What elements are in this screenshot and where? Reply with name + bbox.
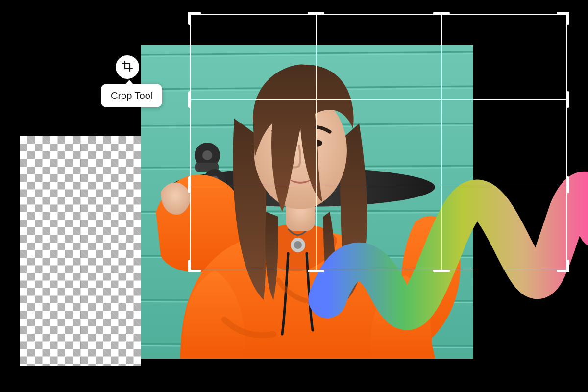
crop-grid-line <box>190 99 567 100</box>
crop-handle-bottom[interactable] <box>308 270 324 272</box>
tooltip-label: Crop Tool <box>111 90 152 101</box>
crop-handle-top[interactable] <box>308 12 324 15</box>
crop-handle-bottom-right[interactable] <box>557 260 569 272</box>
crop-frame[interactable] <box>190 14 567 270</box>
crop-handle-right[interactable] <box>566 91 569 108</box>
crop-handle-left[interactable] <box>188 91 191 108</box>
editor-stage: Crop Tool <box>0 0 588 392</box>
crop-tool-tooltip: Crop Tool <box>101 84 162 107</box>
crop-handle-bottom[interactable] <box>433 270 450 272</box>
crop-handle-bottom-left[interactable] <box>188 260 201 272</box>
crop-handle-top-left[interactable] <box>188 12 201 24</box>
crop-border[interactable] <box>190 14 567 270</box>
crop-grid-line <box>190 185 567 185</box>
crop-grid-line <box>316 14 317 270</box>
transparency-checkerboard <box>20 136 141 366</box>
crop-icon <box>122 60 133 74</box>
crop-handle-top-right[interactable] <box>557 12 569 24</box>
crop-handle-right[interactable] <box>566 176 569 193</box>
crop-handle-left[interactable] <box>188 176 191 193</box>
crop-grid-line <box>441 14 442 270</box>
crop-handle-top[interactable] <box>433 12 450 15</box>
crop-tool-button[interactable] <box>116 55 139 79</box>
